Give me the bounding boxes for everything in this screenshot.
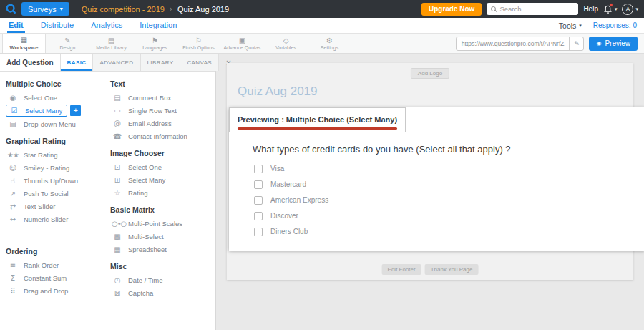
star-icon: ★★ [7, 151, 18, 159]
section-heading-text: Text [110, 79, 210, 88]
qtype-email-address[interactable]: @ Email Address [110, 117, 210, 130]
qtype-smiley-rating[interactable]: ☺ Smiley - Rating [6, 161, 106, 174]
numeric-slider-icon: ↔ [7, 215, 18, 223]
qtype-text-slider[interactable]: ⇄ Text Slider [6, 200, 106, 213]
qtype-image-select-one[interactable]: ⊡ Select One [110, 160, 210, 173]
responses-count[interactable]: Responses: 0 [593, 21, 637, 29]
qtype-label: Text Slider [24, 203, 55, 210]
notification-dot [609, 3, 613, 7]
qtype-spreadsheet[interactable]: ▦ Spreadsheet [110, 243, 210, 256]
qtype-comment-box[interactable]: ▤ Comment Box [110, 91, 210, 104]
qtype-contact-information[interactable]: ☎ Contact Information [110, 130, 210, 142]
checkbox[interactable] [254, 165, 263, 173]
survey-canvas: Add Logo Quiz Aug 2019 Previewing : Mult… [216, 54, 644, 330]
tab-analytics[interactable]: Analytics [89, 18, 124, 33]
chevron-down-icon: ▾ [60, 6, 63, 12]
at-icon: @ [112, 120, 122, 127]
qtype-drag-and-drop[interactable]: ⠿ Drag and Drop [6, 284, 106, 297]
toolbar-item-languages[interactable]: ⚑ Languages [133, 34, 177, 53]
qtype-date-time[interactable]: ◷ Date / Time [110, 273, 210, 286]
questionpro-logo[interactable] [6, 4, 16, 14]
answer-option-row[interactable]: American Express [254, 196, 644, 205]
previewing-question-type: Multiple Choice (Select Many) [284, 115, 397, 124]
qtype-label: Smiley - Rating [24, 164, 69, 172]
survey-url[interactable]: https://www.questionpro.com/t/APNrfZ [457, 37, 570, 50]
add-select-many-button[interactable]: + [70, 105, 81, 116]
toolbar-item-label: Settings [321, 45, 338, 50]
previewing-header: Previewing : Multiple Choice (Select Man… [229, 107, 406, 132]
clock-icon: ◷ [112, 276, 122, 284]
toolbar-item-label: Workspace [10, 44, 39, 51]
media-library-icon: ▤ [108, 37, 114, 44]
qtype-label: Numeric Slider [24, 215, 68, 223]
checkbox[interactable] [254, 228, 263, 236]
qtype-single-row-text[interactable]: ▭ Single Row Text [110, 104, 210, 117]
qtype-label: Captcha [128, 289, 153, 297]
qtype-dropdown-menu[interactable]: ▤ Drop-down Menu [6, 117, 106, 130]
tools-menu[interactable]: Tools ▾ [559, 21, 582, 30]
qtype-captcha[interactable]: ⊠ Captcha [110, 286, 210, 299]
edit-footer-button[interactable]: Edit Footer [382, 264, 421, 275]
chevron-down-icon: ▾ [615, 6, 618, 12]
upgrade-now-button[interactable]: Upgrade Now [421, 3, 482, 16]
qtype-multi-point-scales[interactable]: ○•○ Multi-Point Scales [110, 217, 210, 230]
toolbar-item-design[interactable]: ✎ Design [46, 34, 89, 53]
toolbar-item-variables[interactable]: ◇ Variables [264, 34, 308, 53]
search-input[interactable] [499, 5, 574, 13]
edit-url-button[interactable]: ✎ [569, 37, 583, 50]
tab-canvas[interactable]: CANVAS [180, 54, 218, 71]
qtype-star-rating[interactable]: ★★ Star Rating [6, 148, 106, 161]
toolbar-item-advance-quotas[interactable]: ▣ Advance Quotas [220, 34, 264, 53]
section-heading-multiple-choice: Multiple Choice [6, 79, 106, 88]
qtype-constant-sum[interactable]: Σ Constant Sum [6, 271, 106, 284]
surveys-menu-button[interactable]: Surveys ▾ [21, 2, 69, 16]
answer-option-label: Discover [270, 212, 298, 220]
checkbox[interactable] [254, 212, 263, 220]
qtype-thumbs-up-down[interactable]: ☝ Thumbs Up/Down [6, 174, 106, 187]
checkbox[interactable] [254, 180, 263, 189]
qtype-select-one[interactable]: ◉ Select One [6, 91, 106, 104]
qtype-image-select-many[interactable]: ⊞ Select Many [110, 173, 210, 186]
qtype-label: Spreadsheet [128, 246, 167, 253]
tab-basic[interactable]: BASIC [60, 54, 93, 71]
toolbar-item-workspace[interactable]: ▦ Workspace [2, 34, 46, 53]
qtype-multi-select[interactable]: ▩ Multi-Select [110, 230, 210, 243]
answer-option-row[interactable]: Diners Club [254, 228, 644, 236]
checkbox[interactable] [254, 196, 263, 205]
tab-library[interactable]: LIBRARY [140, 54, 180, 71]
tools-label: Tools [559, 21, 577, 30]
toolbar-item-media-library[interactable]: ▤ Media Library [89, 34, 133, 53]
add-logo-button[interactable]: Add Logo [411, 68, 449, 79]
topbar-search[interactable] [487, 3, 578, 15]
thank-you-page-button[interactable]: Thank You Page [425, 264, 479, 275]
smiley-icon: ☺ [7, 164, 18, 172]
toolbar-item-label: Media Library [96, 45, 126, 50]
tab-edit[interactable]: Edit [7, 18, 25, 33]
answer-option-row[interactable]: Visa [254, 165, 644, 173]
preview-button[interactable]: ◉ Preview [589, 37, 638, 51]
tab-distribute[interactable]: Distribute [39, 18, 75, 33]
surveys-menu-label: Surveys [28, 5, 57, 14]
tab-integration[interactable]: Integration [138, 18, 178, 33]
settings-gear-icon: ⚙ [326, 37, 333, 44]
advance-quotas-icon: ▣ [239, 37, 245, 44]
toolbar-item-settings[interactable]: ⚙ Settings [308, 34, 351, 53]
qtype-numeric-slider[interactable]: ↔ Numeric Slider [6, 213, 106, 225]
notifications-button[interactable]: ▾ [603, 4, 618, 14]
qtype-rank-order[interactable]: ≡ Rank Order [6, 258, 106, 271]
breadcrumb-parent[interactable]: Quiz competition - 2019 [82, 5, 165, 14]
qtype-label: Email Address [128, 120, 172, 127]
toolbar-item-finish-options[interactable]: ⚐ Finish Options [177, 34, 220, 53]
answer-option-row[interactable]: Mastercard [254, 180, 644, 189]
qtype-image-rating[interactable]: ☆ Rating [110, 186, 210, 199]
tab-advanced[interactable]: ADVANCED [92, 54, 140, 71]
help-link[interactable]: Help [583, 5, 598, 13]
qtype-select-many[interactable]: ☑ Select Many [6, 105, 67, 117]
matrix-icon: ▩ [112, 233, 122, 241]
chevron-down-icon: ▾ [579, 23, 582, 29]
qtype-label: Single Row Text [128, 107, 177, 115]
answer-option-row[interactable]: Discover [254, 212, 644, 220]
qtype-push-to-social[interactable]: ↗ Push To Social [6, 187, 106, 200]
account-menu[interactable]: A ▾ [622, 4, 638, 15]
question-preview-panel: Previewing : Multiple Choice (Select Man… [229, 107, 644, 251]
